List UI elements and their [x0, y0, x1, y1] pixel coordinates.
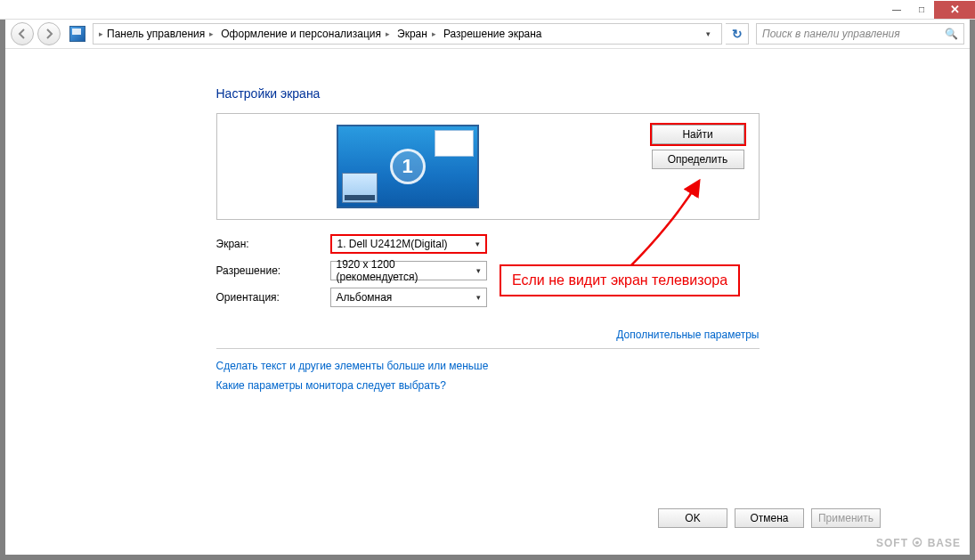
- breadcrumb[interactable]: ▸ Панель управления▸ Оформление и персон…: [93, 23, 722, 45]
- text-size-link[interactable]: Сделать текст и другие элементы больше и…: [216, 360, 760, 372]
- display-select[interactable]: 1. Dell U2412M(Digital) ▾: [330, 234, 487, 254]
- chevron-right-icon: ▸: [386, 29, 390, 38]
- refresh-button[interactable]: ↻: [726, 23, 749, 45]
- arrow-right-icon: [44, 28, 54, 39]
- content-area: Настройки экрана 1 Найти Определить Экра…: [5, 49, 970, 555]
- display-select-value: 1. Dell U2412M(Digital): [337, 238, 448, 250]
- breadcrumb-seg-resolution[interactable]: Разрешение экрана: [440, 28, 546, 40]
- search-input[interactable]: Поиск в панели управления 🔍: [756, 23, 964, 45]
- display-label: Экран:: [216, 238, 330, 250]
- explorer-toolbar: ▸ Панель управления▸ Оформление и персон…: [5, 20, 970, 49]
- annotation-callout: Если не видит экран телевизора: [500, 264, 740, 296]
- desktop-thumb-icon: [342, 173, 378, 203]
- window-frame: ▸ Панель управления▸ Оформление и персон…: [5, 20, 970, 555]
- cancel-button[interactable]: Отмена: [735, 508, 804, 528]
- orientation-select[interactable]: Альбомная ▾: [330, 288, 487, 307]
- forward-button[interactable]: [37, 22, 61, 45]
- maximize-button[interactable]: □: [909, 1, 934, 19]
- resolution-label: Разрешение:: [216, 264, 330, 277]
- breadcrumb-seg-control-panel[interactable]: Панель управления▸: [103, 28, 217, 40]
- chevron-down-icon: ▾: [476, 266, 481, 275]
- help-links: Сделать текст и другие элементы больше и…: [216, 360, 760, 392]
- apply-button[interactable]: Применить: [811, 508, 881, 528]
- search-placeholder: Поиск в панели управления: [762, 28, 900, 40]
- ok-button[interactable]: OK: [658, 508, 727, 528]
- chevron-down-icon: ▾: [475, 239, 480, 248]
- refresh-icon: ↻: [732, 27, 743, 41]
- orientation-select-value: Альбомная: [337, 291, 393, 304]
- preview-buttons: Найти Определить: [652, 125, 744, 169]
- chevron-right-icon: ▸: [209, 29, 214, 38]
- breadcrumb-dropdown-icon[interactable]: ▾: [706, 29, 716, 38]
- monitor-number-badge: 1: [390, 149, 426, 184]
- monitor-thumbnail[interactable]: 1: [337, 125, 479, 208]
- monitor-preview-box: 1 Найти Определить: [216, 113, 760, 220]
- settings-panel: Настройки экрана 1 Найти Определить Экра…: [216, 86, 760, 555]
- search-icon: 🔍: [945, 28, 958, 40]
- window-titlebar: — □ ✕: [0, 0, 975, 20]
- advanced-settings-link[interactable]: Дополнительные параметры: [216, 329, 760, 349]
- breadcrumb-seg-display[interactable]: Экран▸: [394, 28, 440, 40]
- orientation-label: Ориентация:: [216, 291, 330, 304]
- chevron-right-icon: ▸: [432, 29, 436, 38]
- back-button[interactable]: [11, 22, 34, 45]
- resolution-select[interactable]: 1920 x 1200 (рекомендуется) ▾: [330, 261, 487, 280]
- dialog-buttons: OK Отмена Применить: [658, 508, 881, 528]
- chevron-down-icon: ▾: [476, 293, 481, 302]
- detect-button[interactable]: Найти: [652, 125, 744, 144]
- which-params-link[interactable]: Какие параметры монитора следует выбрать…: [216, 379, 760, 392]
- resolution-select-value: 1920 x 1200 (рекомендуется): [337, 258, 476, 283]
- watermark: SOFT ⦿ BASE: [876, 537, 961, 549]
- window-thumb-icon: [435, 130, 474, 157]
- close-button[interactable]: ✕: [934, 1, 975, 19]
- control-panel-icon: [69, 26, 85, 42]
- breadcrumb-seg-appearance[interactable]: Оформление и персонализация▸: [217, 28, 394, 40]
- page-title: Настройки экрана: [216, 86, 760, 101]
- identify-button[interactable]: Определить: [652, 150, 744, 169]
- arrow-left-icon: [17, 28, 28, 39]
- minimize-button[interactable]: —: [884, 1, 909, 19]
